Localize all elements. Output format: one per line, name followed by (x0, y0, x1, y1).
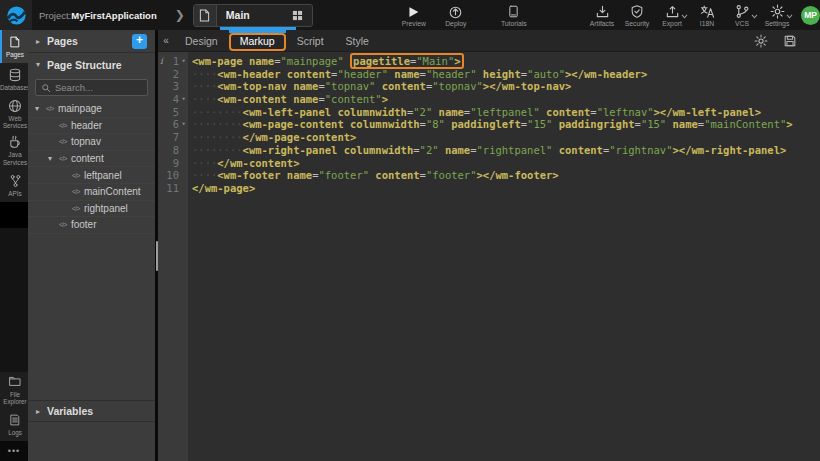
tab-script[interactable]: Script (286, 30, 335, 52)
page-file-icon (194, 5, 217, 26)
page-tab-main[interactable]: Main (193, 4, 313, 27)
editor-tab-actions (754, 34, 820, 48)
topbar-action-label: Preview (402, 20, 426, 27)
fold-arrow-icon[interactable]: ▾ (179, 93, 188, 106)
caret-down-icon[interactable]: ▾ (48, 154, 59, 163)
editor-tab-bar: « DesignMarkupScriptStyle (158, 30, 820, 52)
widget-code-icon: </> (72, 205, 80, 212)
code-line[interactable]: 2····<wm-header content="header" name="h… (158, 68, 820, 81)
topbar-action-security[interactable]: Security (624, 4, 650, 27)
grid-icon[interactable] (292, 10, 312, 21)
fold-arrow-icon[interactable]: ▾ (179, 118, 188, 131)
fold-arrow-icon[interactable]: ▾ (179, 55, 188, 68)
code-line[interactable]: 3····<wm-top-nav name="topnav" content="… (158, 80, 820, 93)
sidebar-item-databases[interactable]: Databases (0, 63, 28, 96)
tree-item-topnav[interactable]: </>topnav (28, 134, 155, 151)
info-spacer (158, 93, 165, 106)
info-spacer (158, 144, 165, 157)
code-text[interactable]: ····<wm-footer name="footer" content="fo… (188, 169, 559, 182)
page-structure-tree: ▾</>mainpage</>header</>topnav▾</>conten… (28, 101, 155, 400)
tree-item-leftpanel[interactable]: </>leftpanel (28, 167, 155, 184)
tree-item-rightpanel[interactable]: </>rightpanel (28, 201, 155, 218)
topbar-action-deploy[interactable]: Deploy (443, 4, 469, 27)
fold-spacer (179, 169, 188, 182)
code-text[interactable]: ········</wm-page-content> (188, 131, 356, 144)
code-text[interactable]: ····<wm-content name="content"> (188, 93, 388, 106)
code-line[interactable]: 10····<wm-footer name="footer" content="… (158, 169, 820, 182)
topbar-action-label: Artifacts (590, 20, 615, 27)
search-wrap (28, 76, 155, 101)
topbar-action-vcs[interactable]: VCS (729, 4, 755, 27)
fold-spacer (179, 157, 188, 170)
code-text[interactable]: ········<wm-right-panel columnwidth="2" … (188, 144, 786, 157)
page-structure-header[interactable]: ▾ Page Structure (28, 53, 155, 76)
tree-item-header[interactable]: </>header (28, 118, 155, 135)
sidebar-item-web-services[interactable]: Web Services (0, 96, 28, 132)
code-text[interactable]: ········<wm-left-panel columnwidth="2" n… (188, 106, 761, 119)
tab-style[interactable]: Style (335, 30, 380, 52)
code-text[interactable]: ····</wm-content> (188, 157, 299, 170)
code-line[interactable]: 5········<wm-left-panel columnwidth="2" … (158, 106, 820, 119)
line-number: 1 (165, 55, 179, 68)
variables-header[interactable]: ▸ Variables (28, 400, 155, 422)
markup-editor[interactable]: i1▾<wm-page name="mainpage" pagetitle="M… (158, 52, 820, 461)
topbar-action-tutorials[interactable]: Tutorials (501, 4, 527, 27)
sidebar-item-pages[interactable]: Pages (0, 30, 28, 63)
info-icon: i (158, 55, 165, 68)
code-text[interactable]: ········<wm-page-content columnwidth="8"… (188, 118, 793, 131)
collapse-panel-icon[interactable]: « (158, 35, 174, 46)
topbar-action-artifacts[interactable]: Artifacts (589, 4, 615, 27)
code-line[interactable]: 8········<wm-right-panel columnwidth="2"… (158, 144, 820, 157)
line-gutter: i1▾ (158, 55, 188, 68)
code-line[interactable]: 9····</wm-content> (158, 157, 820, 170)
sidebar-item-file-explorer[interactable]: File Explorer (0, 372, 28, 408)
tab-markup[interactable]: Markup (229, 30, 286, 52)
apis-icon (9, 174, 22, 188)
caret-down-icon[interactable]: ▾ (35, 104, 46, 113)
code-line[interactable]: i1▾<wm-page name="mainpage" pagetitle="M… (158, 55, 820, 68)
tree-item-mainpage[interactable]: ▾</>mainpage (28, 101, 155, 118)
topbar-action-i18n[interactable]: I18N (694, 4, 720, 27)
code-line[interactable]: 7········</wm-page-content> (158, 131, 820, 144)
tree-item-maincontent[interactable]: </>mainContent (28, 184, 155, 201)
topbar-action-settings[interactable]: Settings (764, 4, 790, 27)
code-text[interactable]: </wm-page> (188, 182, 255, 195)
code-line[interactable]: 4▾····<wm-content name="content"> (158, 93, 820, 106)
add-page-button[interactable]: + (132, 34, 147, 49)
tree-item-content[interactable]: ▾</>content (28, 151, 155, 168)
topbar-action-label: VCS (735, 20, 749, 27)
wavemaker-logo[interactable] (0, 0, 32, 30)
more-icon[interactable]: ••• (0, 441, 28, 461)
code-line[interactable]: 11</wm-page> (158, 182, 820, 195)
logs-icon (9, 413, 21, 427)
info-spacer (158, 182, 165, 195)
code-text[interactable]: <wm-page name="mainpage" pagetitle="Main… (188, 55, 464, 68)
line-number: 2 (165, 68, 179, 81)
play-icon (407, 4, 420, 19)
widget-code-icon: </> (59, 155, 67, 162)
variables-title: Variables (47, 405, 147, 417)
avatar[interactable]: MP (801, 6, 820, 25)
code-line[interactable]: 6▾········<wm-page-content columnwidth="… (158, 118, 820, 131)
tab-design[interactable]: Design (174, 30, 229, 52)
tree-item-footer[interactable]: </>footer (28, 217, 155, 234)
topbar-action-export[interactable]: Export (659, 4, 685, 27)
sidebar-item-label: Pages (6, 51, 24, 58)
artifacts-icon (595, 4, 610, 19)
tree-item-label: header (71, 120, 102, 131)
annotation-highlight: pagetitle="Main"> (350, 53, 464, 69)
code-text[interactable]: ····<wm-header content="header" name="he… (188, 68, 647, 81)
search-input[interactable] (55, 82, 142, 93)
sidebar-item-apis[interactable]: APIs (0, 169, 28, 202)
code-text[interactable]: ····<wm-top-nav name="topnav" content="t… (188, 80, 571, 93)
save-icon[interactable] (783, 34, 797, 48)
sidebar-item-logs[interactable]: Logs (0, 408, 28, 441)
line-gutter: 5 (158, 106, 188, 119)
gear-icon[interactable] (754, 34, 768, 48)
caret-right-icon: ▸ (36, 37, 47, 46)
pages-panel-header[interactable]: ▸ Pages + (28, 30, 155, 53)
i18n-icon (700, 4, 715, 19)
topbar-action-preview[interactable]: Preview (401, 4, 427, 27)
pages-panel-footer-space (28, 422, 155, 461)
sidebar-item-java-services[interactable]: Java Services (0, 132, 28, 168)
